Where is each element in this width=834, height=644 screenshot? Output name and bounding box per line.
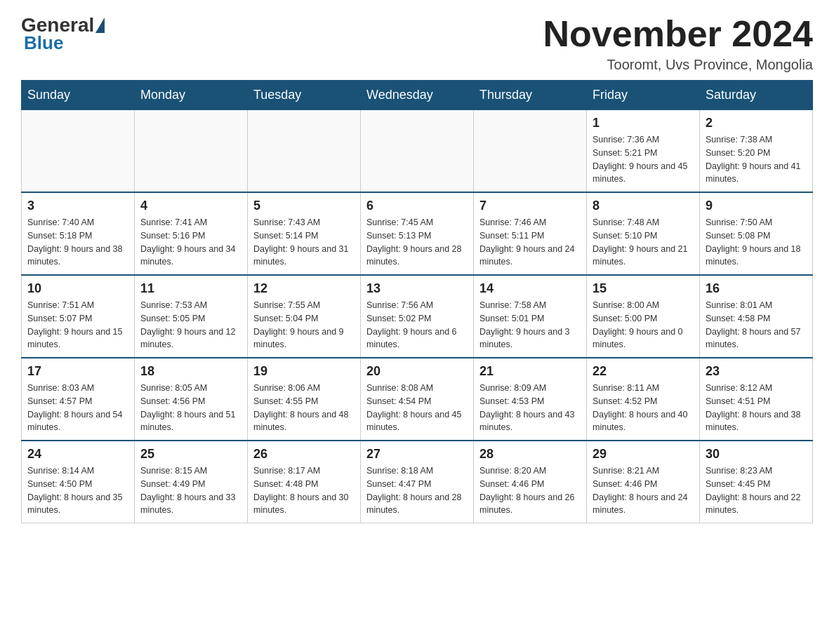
logo-blue-text: Blue	[21, 32, 106, 54]
calendar-day	[135, 110, 248, 193]
calendar-week-row: 24Sunrise: 8:14 AMSunset: 4:50 PMDayligh…	[22, 441, 813, 523]
calendar-week-row: 17Sunrise: 8:03 AMSunset: 4:57 PMDayligh…	[22, 358, 813, 441]
day-number: 18	[140, 364, 241, 379]
calendar-day: 23Sunrise: 8:12 AMSunset: 4:51 PMDayligh…	[700, 358, 813, 441]
calendar-day: 30Sunrise: 8:23 AMSunset: 4:45 PMDayligh…	[700, 441, 813, 523]
calendar-day: 15Sunrise: 8:00 AMSunset: 5:00 PMDayligh…	[587, 275, 700, 358]
day-number: 2	[706, 116, 807, 130]
calendar-day	[474, 110, 587, 193]
day-info: Sunrise: 7:58 AMSunset: 5:01 PMDaylight:…	[479, 299, 581, 351]
day-info: Sunrise: 7:56 AMSunset: 5:02 PMDaylight:…	[366, 299, 468, 351]
calendar-day: 3Sunrise: 7:40 AMSunset: 5:18 PMDaylight…	[22, 192, 135, 275]
day-number: 15	[593, 281, 694, 296]
calendar-day	[22, 110, 135, 193]
day-number: 5	[253, 199, 355, 213]
day-number: 14	[479, 281, 581, 296]
day-info: Sunrise: 7:43 AMSunset: 5:14 PMDaylight:…	[253, 216, 355, 269]
day-info: Sunrise: 8:00 AMSunset: 5:00 PMDaylight:…	[593, 299, 694, 351]
calendar-table: Sunday Monday Tuesday Wednesday Thursday…	[21, 80, 813, 523]
day-info: Sunrise: 7:36 AMSunset: 5:21 PMDaylight:…	[593, 133, 694, 186]
day-info: Sunrise: 7:45 AMSunset: 5:13 PMDaylight:…	[366, 216, 468, 269]
calendar-week-row: 1Sunrise: 7:36 AMSunset: 5:21 PMDaylight…	[22, 110, 813, 193]
calendar-day: 7Sunrise: 7:46 AMSunset: 5:11 PMDaylight…	[474, 192, 587, 275]
day-number: 17	[27, 364, 128, 379]
calendar-day: 22Sunrise: 8:11 AMSunset: 4:52 PMDayligh…	[587, 358, 700, 441]
calendar-day: 5Sunrise: 7:43 AMSunset: 5:14 PMDaylight…	[248, 192, 361, 275]
calendar-day: 1Sunrise: 7:36 AMSunset: 5:21 PMDaylight…	[587, 110, 700, 193]
calendar-day: 4Sunrise: 7:41 AMSunset: 5:16 PMDaylight…	[135, 192, 248, 275]
calendar-day: 17Sunrise: 8:03 AMSunset: 4:57 PMDayligh…	[22, 358, 135, 441]
day-info: Sunrise: 8:09 AMSunset: 4:53 PMDaylight:…	[479, 382, 581, 434]
day-info: Sunrise: 8:12 AMSunset: 4:51 PMDaylight:…	[706, 382, 807, 434]
day-info: Sunrise: 7:40 AMSunset: 5:18 PMDaylight:…	[27, 216, 128, 269]
header-thursday: Thursday	[474, 81, 587, 110]
day-info: Sunrise: 8:06 AMSunset: 4:55 PMDaylight:…	[253, 382, 355, 434]
calendar-day: 11Sunrise: 7:53 AMSunset: 5:05 PMDayligh…	[135, 275, 248, 358]
day-info: Sunrise: 7:50 AMSunset: 5:08 PMDaylight:…	[706, 216, 807, 269]
header-monday: Monday	[135, 81, 248, 110]
day-info: Sunrise: 8:01 AMSunset: 4:58 PMDaylight:…	[706, 299, 807, 351]
day-number: 4	[140, 199, 241, 213]
calendar-day: 6Sunrise: 7:45 AMSunset: 5:13 PMDaylight…	[361, 192, 474, 275]
calendar-week-row: 10Sunrise: 7:51 AMSunset: 5:07 PMDayligh…	[22, 275, 813, 358]
day-info: Sunrise: 8:14 AMSunset: 4:50 PMDaylight:…	[27, 464, 128, 517]
header-friday: Friday	[587, 81, 700, 110]
title-section: November 2024 Tooromt, Uvs Province, Mon…	[543, 14, 813, 73]
calendar-day	[361, 110, 474, 193]
calendar-day: 24Sunrise: 8:14 AMSunset: 4:50 PMDayligh…	[22, 441, 135, 523]
day-info: Sunrise: 8:15 AMSunset: 4:49 PMDaylight:…	[140, 464, 241, 517]
logo-triangle-icon	[95, 18, 105, 33]
calendar-day: 20Sunrise: 8:08 AMSunset: 4:54 PMDayligh…	[361, 358, 474, 441]
calendar-day: 21Sunrise: 8:09 AMSunset: 4:53 PMDayligh…	[474, 358, 587, 441]
calendar-day: 25Sunrise: 8:15 AMSunset: 4:49 PMDayligh…	[135, 441, 248, 523]
day-info: Sunrise: 8:05 AMSunset: 4:56 PMDaylight:…	[140, 382, 241, 434]
day-number: 30	[706, 447, 807, 462]
month-title: November 2024	[543, 14, 813, 54]
day-info: Sunrise: 7:51 AMSunset: 5:07 PMDaylight:…	[27, 299, 128, 351]
calendar-day: 28Sunrise: 8:20 AMSunset: 4:46 PMDayligh…	[474, 441, 587, 523]
calendar-week-row: 3Sunrise: 7:40 AMSunset: 5:18 PMDaylight…	[22, 192, 813, 275]
day-info: Sunrise: 8:21 AMSunset: 4:46 PMDaylight:…	[593, 464, 694, 517]
day-info: Sunrise: 7:53 AMSunset: 5:05 PMDaylight:…	[140, 299, 241, 351]
calendar-day: 10Sunrise: 7:51 AMSunset: 5:07 PMDayligh…	[22, 275, 135, 358]
day-number: 8	[593, 199, 694, 213]
page-header: General Blue November 2024 Tooromt, Uvs …	[21, 14, 813, 73]
day-number: 22	[593, 364, 694, 379]
day-info: Sunrise: 8:23 AMSunset: 4:45 PMDaylight:…	[706, 464, 807, 517]
day-number: 28	[479, 447, 581, 462]
calendar-day: 9Sunrise: 7:50 AMSunset: 5:08 PMDaylight…	[700, 192, 813, 275]
day-info: Sunrise: 7:38 AMSunset: 5:20 PMDaylight:…	[706, 133, 807, 186]
day-number: 6	[366, 199, 468, 213]
calendar-day: 29Sunrise: 8:21 AMSunset: 4:46 PMDayligh…	[587, 441, 700, 523]
calendar-day: 12Sunrise: 7:55 AMSunset: 5:04 PMDayligh…	[248, 275, 361, 358]
calendar-day: 16Sunrise: 8:01 AMSunset: 4:58 PMDayligh…	[700, 275, 813, 358]
day-number: 3	[27, 199, 128, 213]
day-number: 9	[706, 199, 807, 213]
header-tuesday: Tuesday	[248, 81, 361, 110]
header-wednesday: Wednesday	[361, 81, 474, 110]
day-info: Sunrise: 8:20 AMSunset: 4:46 PMDaylight:…	[479, 464, 581, 517]
day-info: Sunrise: 7:46 AMSunset: 5:11 PMDaylight:…	[479, 216, 581, 269]
day-number: 16	[706, 281, 807, 296]
day-info: Sunrise: 7:55 AMSunset: 5:04 PMDaylight:…	[253, 299, 355, 351]
day-number: 27	[366, 447, 468, 462]
header-sunday: Sunday	[22, 81, 135, 110]
day-number: 20	[366, 364, 468, 379]
day-info: Sunrise: 7:48 AMSunset: 5:10 PMDaylight:…	[593, 216, 694, 269]
day-number: 19	[253, 364, 355, 379]
weekday-header-row: Sunday Monday Tuesday Wednesday Thursday…	[22, 81, 813, 110]
day-number: 21	[479, 364, 581, 379]
calendar-day: 18Sunrise: 8:05 AMSunset: 4:56 PMDayligh…	[135, 358, 248, 441]
day-number: 25	[140, 447, 241, 462]
calendar-day: 13Sunrise: 7:56 AMSunset: 5:02 PMDayligh…	[361, 275, 474, 358]
day-number: 13	[366, 281, 468, 296]
day-number: 1	[593, 116, 694, 130]
day-number: 26	[253, 447, 355, 462]
calendar-day: 14Sunrise: 7:58 AMSunset: 5:01 PMDayligh…	[474, 275, 587, 358]
location-text: Tooromt, Uvs Province, Mongolia	[543, 57, 813, 73]
day-info: Sunrise: 8:18 AMSunset: 4:47 PMDaylight:…	[366, 464, 468, 517]
day-number: 29	[593, 447, 694, 462]
header-saturday: Saturday	[700, 81, 813, 110]
day-info: Sunrise: 8:08 AMSunset: 4:54 PMDaylight:…	[366, 382, 468, 434]
day-number: 11	[140, 281, 241, 296]
